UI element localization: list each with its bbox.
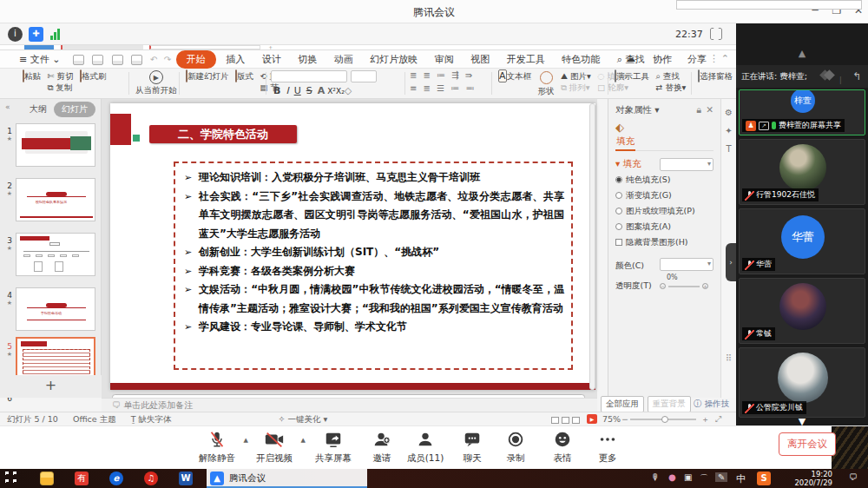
qr-icon[interactable]: ⠿ [721,353,736,363]
slide-thumbnail-4[interactable]: 学院特色活动 [16,287,95,331]
tab-design[interactable]: 设计 [255,50,288,69]
format-painter-button[interactable]: 格式刷 [80,70,107,82]
missing-font-warning[interactable]: Ṯ 缺失字体 [131,414,172,424]
fill-option-picture[interactable]: 图片或纹理填充(P) [615,206,713,217]
file-menu[interactable]: ≡ 文件 ⌄ [12,50,67,69]
new-slide-button[interactable]: 新建幻灯片 [186,70,229,82]
theme-name[interactable]: Office 主题 [73,414,116,424]
textbox-button[interactable]: A文本框 [498,70,531,82]
add-slide-button[interactable]: + [0,375,102,398]
tab-view[interactable]: 视图 [464,50,496,69]
tab-animation[interactable]: 动画 [327,50,360,69]
layout-button[interactable]: 版式 [235,70,253,82]
hide-background-checkbox[interactable]: 隐藏背景图形(H) [615,237,713,248]
slide-thumbnail-1[interactable] [16,123,95,167]
collaborate-button[interactable]: 协作 [646,50,679,69]
cloud-sync-icon[interactable]: ☁ [619,50,642,67]
participant-tile[interactable]: 行管1902石佳悦 [739,139,865,205]
edge-icon[interactable]: e [109,472,123,485]
tab-slides[interactable]: 幻灯片 [54,102,95,117]
meeting-info-icon[interactable]: i [8,27,23,42]
play-button[interactable]: ▶ [587,414,597,424]
arrange-button[interactable]: ⧉ 排列▾ [561,82,591,93]
netease-music-icon[interactable]: ♫ [144,472,158,485]
tab-slideshow[interactable]: 幻灯片放映 [363,50,424,69]
color-combo[interactable] [660,258,713,271]
slide-thumbnail-2[interactable]: 校院特色队基本情况 [16,178,95,221]
print-icon[interactable] [112,55,123,65]
reset-background-button[interactable]: 重置背景 [648,396,691,412]
home-tab-fragment[interactable] [24,45,54,49]
share-screen-button[interactable]: 共享屏幕 [309,430,358,465]
word-icon[interactable]: W [179,472,193,485]
doc-tab-fragment[interactable] [61,45,143,49]
tray-pen-icon[interactable]: ✎ [715,472,727,482]
fill-section-header[interactable]: ▾ 填充 [615,158,713,170]
alpha-slider[interactable]: 0% − + [660,280,713,290]
invite-button[interactable]: 邀请 [358,430,406,465]
tab-developer[interactable]: 开发工具 [500,50,552,69]
copy-button[interactable]: ⧉ 复制 [48,82,74,93]
apply-all-button[interactable]: 全部应用 [601,396,644,412]
list-buttons[interactable]: ≣ ≣ ≔ ⇶ ⇛ [410,70,490,80]
tray-camera-icon[interactable]: ▣ [684,472,692,482]
mic-options-caret[interactable]: ▲ [244,437,248,444]
vertical-scrollbar[interactable] [589,103,595,390]
format-buttons[interactable]: BIUSAX²X₂◇ [271,85,401,96]
taskbar-meeting-task[interactable]: ▲ 腾讯会议 [207,469,367,488]
emoji-button[interactable]: 表情 [538,430,587,465]
align-buttons[interactable]: ≡ ≣ ☰ ≔ ≕ [410,83,490,93]
slide-thumbnail-3[interactable] [16,233,95,276]
zoom-level[interactable]: 75% [602,412,621,425]
panel-collapse-button[interactable]: « [5,102,10,111]
active-doc-tab-fragment[interactable] [149,45,260,49]
preview-icon[interactable] [131,55,142,65]
fullscreen-icon[interactable] [710,28,722,40]
find-ribbon-button[interactable]: ⌕ 查找 [656,70,687,82]
return-arrow-icon[interactable]: ↰ [852,65,861,88]
tab-special[interactable]: 特色功能 [555,50,607,69]
record-button[interactable]: 录制 [491,430,540,465]
text-tool-icon[interactable]: T [721,144,736,154]
participant-tile[interactable]: 常铖 [739,278,865,344]
members-button[interactable]: 成员(11) [401,430,450,465]
shapes-button[interactable]: 形状 [538,70,555,97]
youdao-icon[interactable]: 有 [75,472,89,485]
tray-mic-icon[interactable]: 🎙︎ [651,472,660,482]
tab-insert[interactable]: 插入 [219,50,252,69]
tray-wifi-icon[interactable]: ⌒ [700,472,708,485]
ime-indicator[interactable]: 中 [736,472,746,485]
beautify-button[interactable]: ✧ 一键美化 ▾ [279,414,328,424]
present-tools-button[interactable]: 演示工具 [615,70,649,82]
wps-tray-icon[interactable]: S [757,472,771,485]
props-close-icon[interactable]: ✕ [706,104,713,115]
participant-tile[interactable]: 华蕾 华蕾 [739,208,865,274]
paste-button[interactable]: 粘贴 [23,70,41,82]
zoom-in-button[interactable]: ＋ [701,412,710,425]
save-icon[interactable] [73,55,84,65]
tab-outline[interactable]: 大纲 [30,103,47,115]
start-button[interactable] [3,472,16,485]
video-options-caret[interactable]: ▲ [301,437,306,444]
tray-qq-icon[interactable]: ● [668,472,676,482]
notes-bar[interactable]: 🗨︎ 单击此处添加备注 [102,398,597,412]
network-signal-icon[interactable] [50,29,61,40]
zoom-slider[interactable] [630,419,696,420]
zoom-out-button[interactable]: − [621,412,628,425]
font-size-combo[interactable] [351,70,377,82]
fill-option-solid[interactable]: 纯色填充(S) [615,175,713,186]
chat-button[interactable]: 聊天 [448,430,496,465]
notification-center-icon[interactable]: 🗩︎ [849,472,858,482]
props-tab-fill[interactable]: 填充 [615,134,635,151]
shield-icon[interactable]: ✚ [29,27,43,42]
leave-meeting-button[interactable]: 离开会议 [779,432,836,456]
unmute-button[interactable]: 解除静音 ▲ [193,430,241,465]
ribbon-collapse-icon[interactable]: ⌃ [714,50,736,67]
view-mode-buttons[interactable] [549,412,580,425]
tab-review[interactable]: 审阅 [428,50,461,69]
picture-button[interactable]: ⛰ 图片▾ [561,70,591,82]
output-icon[interactable] [92,55,103,65]
more-button[interactable]: 更多 [583,430,632,465]
panel-expand-tab[interactable]: › [726,243,736,281]
slide-bullet-box[interactable]: 理论知识培训：入党积极分子培训班、马克思主义骨干培训班 社会实践：“三下乡”社会… [174,162,573,370]
